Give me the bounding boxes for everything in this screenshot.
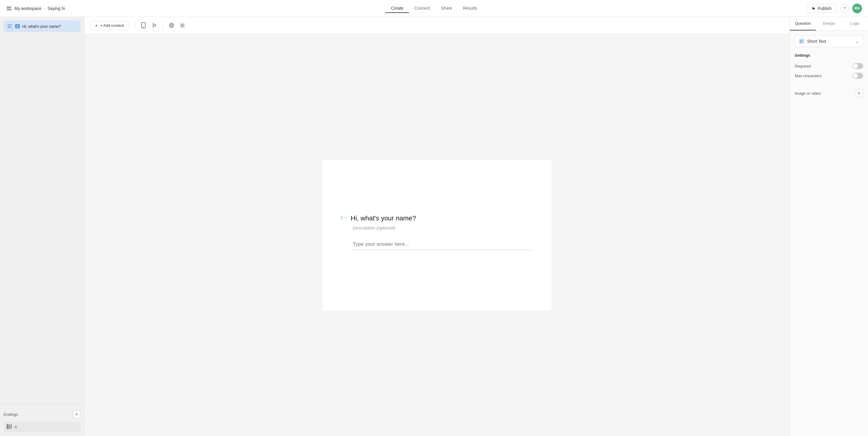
type-selector[interactable]: Short Text ⌄ — [795, 36, 863, 47]
play-icon — [152, 23, 157, 28]
question-num-arrow: 1→ — [341, 215, 347, 220]
nav-right: Publish ? RH — [807, 4, 862, 13]
ending-label: A — [14, 425, 17, 429]
target-button[interactable] — [167, 21, 176, 30]
setting-required: Required — [795, 61, 863, 71]
svg-rect-10 — [11, 424, 12, 429]
add-ending-button[interactable]: + — [73, 410, 81, 418]
add-media-button[interactable]: + — [855, 89, 863, 97]
breadcrumb: My workspace › Saying hi — [6, 5, 65, 11]
mobile-icon — [141, 22, 146, 28]
add-content-button[interactable]: + + Add content — [90, 21, 129, 30]
image-video-section: Image or video + — [795, 87, 863, 100]
target-icon — [169, 23, 174, 28]
short-text-icon — [799, 38, 805, 44]
content-area: + + Add content — [84, 17, 789, 436]
svg-rect-7 — [7, 27, 12, 28]
add-content-label: + Add content — [100, 23, 124, 28]
help-button[interactable]: ? — [840, 4, 849, 13]
max-characters-toggle[interactable] — [852, 73, 863, 79]
answer-input[interactable] — [352, 239, 533, 250]
panel-tabs: Question Design Logic — [790, 17, 868, 31]
svg-rect-21 — [800, 42, 803, 43]
svg-marker-4 — [812, 7, 815, 10]
gear-icon — [180, 23, 185, 28]
tab-connect[interactable]: Connect — [409, 4, 435, 13]
tab-logic[interactable]: Logic — [842, 17, 868, 30]
svg-rect-5 — [7, 24, 12, 25]
publish-play-icon — [812, 6, 816, 10]
endings-label: Endings — [4, 412, 18, 417]
tab-create[interactable]: Create — [385, 4, 409, 13]
svg-rect-3 — [9, 9, 11, 10]
ending-icon — [7, 424, 12, 430]
svg-rect-2 — [7, 9, 9, 10]
svg-rect-20 — [800, 41, 803, 41]
plus-icon: + — [95, 23, 98, 28]
svg-rect-0 — [7, 7, 9, 8]
svg-rect-1 — [9, 7, 11, 8]
sidebar: 1 Hi, what's your name? Endings + A — [0, 17, 84, 436]
question-number-badge: 1 — [15, 24, 20, 28]
svg-rect-9 — [9, 424, 10, 429]
tab-question[interactable]: Question — [790, 17, 816, 30]
svg-point-14 — [169, 23, 174, 27]
form-preview: 1→ Hi, what's your name? Description (op… — [84, 34, 789, 436]
question-header: 1→ Hi, what's your name? — [341, 214, 533, 223]
endings-header: Endings + — [4, 408, 81, 420]
breadcrumb-chevron: › — [44, 6, 45, 10]
sidebar-item-question-1[interactable]: 1 Hi, what's your name? — [4, 21, 81, 32]
svg-point-15 — [170, 24, 173, 26]
form-card: 1→ Hi, what's your name? Description (op… — [322, 160, 552, 311]
type-selector-left: Short Text — [799, 38, 826, 44]
svg-rect-12 — [143, 27, 144, 28]
main-layout: 1 Hi, what's your name? Endings + A — [0, 17, 868, 436]
play-preview-button[interactable] — [150, 21, 159, 30]
image-video-label: Image or video — [795, 91, 821, 95]
toolbar: + + Add content — [84, 17, 789, 34]
mobile-preview-button[interactable] — [138, 21, 148, 30]
panel-content: Short Text ⌄ Settings Required Max chara… — [790, 31, 868, 105]
nav-tabs: Create Connect Share Results — [385, 4, 483, 13]
settings-section: Settings Required Max characters — [795, 53, 863, 81]
publish-button[interactable]: Publish — [807, 4, 837, 13]
required-toggle[interactable] — [852, 63, 863, 69]
tab-share[interactable]: Share — [435, 4, 458, 13]
svg-rect-8 — [7, 424, 9, 429]
svg-rect-6 — [7, 26, 11, 27]
right-panel: Question Design Logic Short Text ⌄ — [789, 17, 868, 436]
form-name: Saying hi — [47, 6, 65, 11]
workspace-name[interactable]: My workspace — [14, 6, 41, 11]
question-text: Hi, what's your name? — [22, 24, 61, 29]
toolbar-divider-2 — [163, 22, 163, 29]
question-description[interactable]: Description (optional) — [352, 225, 533, 230]
svg-rect-19 — [800, 40, 804, 40]
tab-design[interactable]: Design — [816, 17, 842, 30]
toolbar-divider-1 — [135, 22, 135, 29]
svg-marker-13 — [153, 24, 156, 27]
sidebar-endings: Endings + A — [0, 404, 84, 436]
sidebar-item-ending-a[interactable]: A — [4, 422, 81, 432]
question-title[interactable]: Hi, what's your name? — [350, 214, 416, 223]
settings-title: Settings — [795, 53, 863, 58]
required-label: Required — [795, 64, 811, 68]
max-characters-label: Max characters — [795, 74, 822, 78]
setting-max-characters: Max characters — [795, 71, 863, 81]
workspace-icon — [6, 5, 12, 11]
svg-point-18 — [181, 24, 183, 26]
question-type-icon — [7, 24, 13, 29]
chevron-down-icon: ⌄ — [855, 38, 859, 44]
tab-results[interactable]: Results — [458, 4, 483, 13]
sidebar-questions: 1 Hi, what's your name? — [0, 17, 84, 404]
avatar[interactable]: RH — [852, 4, 862, 13]
top-nav: My workspace › Saying hi Create Connect … — [0, 0, 868, 17]
type-selector-label: Short Text — [807, 39, 826, 44]
settings-button[interactable] — [178, 21, 187, 30]
